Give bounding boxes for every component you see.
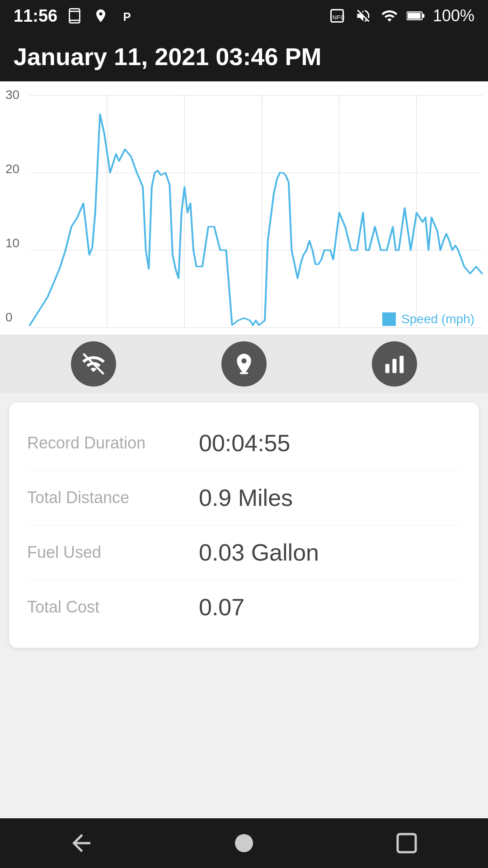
- nfc-icon: NFC: [328, 7, 346, 25]
- status-left: 11:56 P: [14, 6, 136, 26]
- svg-rect-7: [408, 13, 421, 19]
- status-time: 11:56: [14, 6, 57, 26]
- back-button[interactable]: [63, 825, 99, 861]
- total-distance-row: Total Distance 0.9 Miles: [27, 471, 461, 525]
- recents-button[interactable]: [389, 825, 425, 861]
- svg-rect-8: [422, 14, 424, 18]
- header-title: January 11, 2021 03:46 PM: [14, 42, 321, 71]
- back-icon: [68, 830, 95, 857]
- y-label-30: 30: [5, 88, 19, 102]
- wifi-icon: [380, 7, 399, 25]
- y-label-10: 10: [5, 236, 19, 250]
- fuel-used-row: Fuel Used 0.03 Gallon: [27, 525, 461, 580]
- svg-rect-22: [400, 356, 404, 373]
- svg-text:NFC: NFC: [332, 14, 345, 21]
- fuel-used-label: Fuel Used: [27, 543, 199, 562]
- record-duration-value: 00:04:55: [199, 429, 290, 457]
- speed-chart: [0, 81, 488, 335]
- svg-point-23: [235, 834, 253, 852]
- fuel-used-value: 0.03 Gallon: [199, 539, 319, 566]
- record-duration-row: Record Duration 00:04:55: [27, 416, 461, 471]
- mute-icon: [354, 7, 372, 25]
- chart-legend: Speed (mph): [382, 312, 474, 326]
- legend-color-box: [382, 312, 396, 326]
- status-bar: 11:56 P NFC: [0, 0, 488, 32]
- total-distance-label: Total Distance: [27, 488, 199, 507]
- home-icon: [230, 830, 258, 857]
- chart-area: 30 20 10 0 Speed (mph): [0, 81, 488, 335]
- legend-label: Speed (mph): [401, 312, 474, 326]
- signal-button[interactable]: [71, 341, 116, 387]
- signal-icon: [81, 352, 106, 376]
- battery-icon: [407, 7, 425, 25]
- svg-rect-20: [385, 364, 389, 373]
- home-button[interactable]: [226, 825, 262, 861]
- data-card: Record Duration 00:04:55 Total Distance …: [9, 402, 479, 648]
- svg-text:P: P: [123, 10, 131, 23]
- battery-percent: 100%: [433, 6, 474, 25]
- total-cost-value: 0.07: [199, 594, 244, 621]
- svg-rect-19: [240, 372, 248, 374]
- svg-rect-24: [398, 834, 416, 852]
- bar-chart-icon: [382, 352, 407, 376]
- location-button[interactable]: [221, 341, 267, 387]
- svg-rect-21: [393, 359, 397, 373]
- y-label-0: 0: [5, 310, 13, 325]
- bottom-nav: [0, 818, 488, 868]
- bar-chart-button[interactable]: [372, 341, 417, 387]
- parking-icon: P: [118, 7, 136, 25]
- header: January 11, 2021 03:46 PM: [0, 32, 488, 81]
- status-right: NFC 100%: [328, 6, 474, 25]
- total-distance-value: 0.9 Miles: [199, 484, 293, 511]
- y-label-20: 20: [5, 162, 19, 176]
- total-cost-row: Total Cost 0.07: [27, 580, 461, 634]
- phone-icon: [66, 7, 84, 25]
- location-pin-icon: [232, 352, 256, 376]
- location-status-icon: [92, 7, 110, 25]
- recents-icon: [393, 830, 420, 857]
- total-cost-label: Total Cost: [27, 598, 199, 617]
- toolbar: [0, 335, 488, 393]
- record-duration-label: Record Duration: [27, 434, 199, 453]
